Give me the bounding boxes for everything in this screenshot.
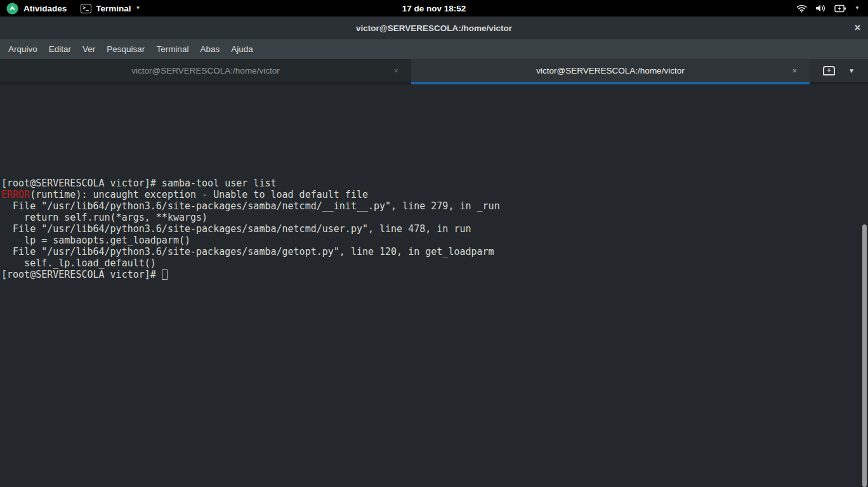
menu-item-arquivo[interactable]: Arquivo xyxy=(3,39,43,59)
tab-list-chevron-icon[interactable]: ▼ xyxy=(848,67,855,74)
terminal-app-icon: >_ xyxy=(81,4,91,13)
terminal-line: [root@SERVERESCOLA victor]# xyxy=(1,269,868,280)
terminal-output: [root@SERVERESCOLA victor]# samba-tool u… xyxy=(0,84,868,280)
tab-bar: victor@SERVERESCOLA:/home/victor × victo… xyxy=(0,59,868,84)
terminal-line: return self.run(*args, **kwargs) xyxy=(1,212,868,223)
scrollbar-thumb[interactable] xyxy=(862,224,867,487)
tab-terminal-1[interactable]: victor@SERVERESCOLA:/home/victor × xyxy=(0,59,411,84)
menu-bar: ArquivoEditarVerPesquisarTerminalAbasAju… xyxy=(0,39,868,59)
terminal-text: (runtime): uncaught exception - Unable t… xyxy=(30,189,368,200)
system-top-bar: Atividades >_ Terminal ▼ 17 de nov 18:52 xyxy=(0,0,868,16)
terminal-text-error: ERROR xyxy=(1,189,30,200)
tab-bar-corner: + ▼ xyxy=(810,59,868,84)
terminal-text: [root@SERVERESCOLA victor]# samba-tool u… xyxy=(1,178,276,189)
tab-label: victor@SERVERESCOLA:/home/victor xyxy=(0,66,411,75)
terminal-line: [root@SERVERESCOLA victor]# samba-tool u… xyxy=(1,178,868,189)
terminal-text: File "/usr/lib64/python3.6/site-packages… xyxy=(1,246,494,257)
chevron-down-icon: ▼ xyxy=(136,6,141,11)
system-menu-chevron-icon[interactable]: ▼ xyxy=(855,6,860,11)
terminal-line: self._lp.load_default() xyxy=(1,257,868,269)
window-close-button[interactable]: × xyxy=(855,16,860,39)
terminal-text: [root@SERVERESCOLA victor]# xyxy=(1,269,162,280)
window-title-bar[interactable]: victor@SERVERESCOLA:/home/victor × xyxy=(0,16,868,39)
distro-logo-icon xyxy=(6,3,18,15)
window-title: victor@SERVERESCOLA:/home/victor xyxy=(356,23,512,33)
wifi-icon xyxy=(796,4,807,13)
terminal-line: ERROR(runtime): uncaught exception - Una… xyxy=(1,189,868,200)
menu-item-ver[interactable]: Ver xyxy=(77,39,101,59)
menu-item-terminal[interactable]: Terminal xyxy=(150,39,194,59)
terminal-text: File "/usr/lib64/python3.6/site-packages… xyxy=(1,200,500,212)
app-menu-label: Terminal xyxy=(96,4,131,13)
terminal-text: return self.run(*args, **kwargs) xyxy=(1,212,207,223)
tab-terminal-2[interactable]: victor@SERVERESCOLA:/home/victor × xyxy=(411,59,810,84)
tab-close-icon[interactable]: × xyxy=(393,59,398,82)
terminal-line: File "/usr/lib64/python3.6/site-packages… xyxy=(1,246,868,257)
menu-item-ajuda[interactable]: Ajuda xyxy=(225,39,259,59)
menu-item-pesquisar[interactable]: Pesquisar xyxy=(101,39,150,59)
battery-charging-icon xyxy=(834,4,846,13)
terminal-text: File "/usr/lib64/python3.6/site-packages… xyxy=(1,223,471,235)
terminal-text: self._lp.load_default() xyxy=(1,257,156,269)
terminal-line: File "/usr/lib64/python3.6/site-packages… xyxy=(1,200,868,212)
terminal-text: lp = sambaopts.get_loadparm() xyxy=(1,235,190,246)
terminal-line: lp = sambaopts.get_loadparm() xyxy=(1,235,868,246)
tab-label: victor@SERVERESCOLA:/home/victor xyxy=(411,66,810,75)
terminal-line: File "/usr/lib64/python3.6/site-packages… xyxy=(1,223,868,235)
terminal-cursor xyxy=(162,269,168,280)
volume-icon xyxy=(815,4,826,13)
tab-close-icon[interactable]: × xyxy=(792,59,797,82)
activities-button[interactable]: Atividades xyxy=(23,4,67,13)
terminal-viewport[interactable]: [root@SERVERESCOLA victor]# samba-tool u… xyxy=(0,84,868,487)
menu-item-editar[interactable]: Editar xyxy=(43,39,77,59)
menu-item-abas[interactable]: Abas xyxy=(194,39,225,59)
app-menu-button[interactable]: >_ Terminal ▼ xyxy=(81,4,140,13)
new-tab-button[interactable]: + xyxy=(823,66,835,75)
